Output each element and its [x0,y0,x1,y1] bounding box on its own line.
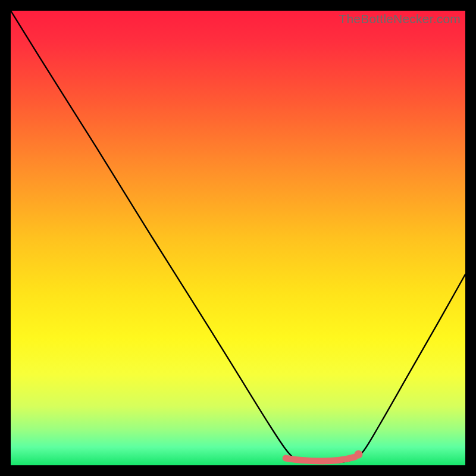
bottleneck-chart [11,11,465,465]
gradient-background [11,11,465,465]
watermark-text: TheBottleNecker.com [339,12,461,26]
optimal-point-dot [354,450,362,459]
chart-frame: TheBottleNecker.com [11,11,465,465]
